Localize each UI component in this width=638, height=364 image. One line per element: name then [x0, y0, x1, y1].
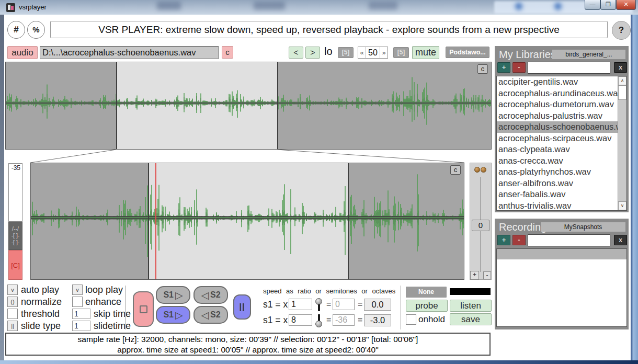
file-path-field[interactable]: D:\...\acrocephalus-schoenobaenus.wav — [40, 46, 219, 59]
desktop-background-blur — [369, 2, 397, 10]
library-remove-button[interactable]: - — [512, 62, 526, 73]
library-file-item[interactable]: anser-fabalis.wav — [497, 189, 618, 200]
level-meter-bar — [450, 288, 491, 295]
lo-label: lo — [324, 46, 333, 58]
db-threshold-box[interactable]: -35 — [8, 163, 22, 222]
slide-type-label: slide type — [21, 321, 61, 332]
library-add-button[interactable]: + — [497, 62, 510, 73]
onhold-checkbox[interactable] — [406, 314, 416, 325]
recording-clear-button[interactable]: x — [614, 235, 627, 245]
help-button[interactable]: ? — [612, 21, 631, 40]
recording-remove-button[interactable]: - — [512, 235, 526, 245]
threshold-checkbox[interactable] — [7, 309, 18, 319]
play-s2-backward-button[interactable]: ◁S2 — [193, 286, 228, 304]
play-s2-backward-button-2[interactable]: ◁S2 — [193, 306, 228, 324]
listen-button[interactable]: listen — [450, 300, 492, 312]
zoom-plus-button[interactable]: + — [470, 271, 479, 280]
library-file-item[interactable]: anas-clypeata.wav — [497, 144, 618, 155]
mute-button[interactable]: mute — [412, 46, 439, 59]
minimize-button[interactable]: — — [585, 0, 600, 10]
library-file-item[interactable]: anas-platyrhynchos.wav — [497, 166, 618, 178]
zoom-right-edge[interactable] — [348, 163, 349, 279]
window-title: vsrplayer — [19, 0, 47, 15]
probe-button[interactable]: probe — [406, 300, 448, 312]
window-titlebar[interactable]: vsrplayer — ❐ ✕ — [0, 0, 638, 15]
hash-button[interactable]: # — [7, 21, 25, 39]
maximize-button[interactable]: ❐ — [600, 0, 616, 10]
speed1-semitones-input[interactable] — [333, 299, 355, 310]
library-file-list[interactable]: accipiter-gentilis.wavacrocephalus-arund… — [496, 76, 627, 211]
library-file-item[interactable]: anser-albifrons.wav — [497, 178, 618, 189]
auto-play-checkbox[interactable]: v — [7, 285, 18, 295]
library-scrollbar[interactable]: ∧ ∨ — [618, 76, 626, 210]
library-search-input[interactable] — [528, 62, 610, 74]
library-file-item[interactable]: acrocephalus-dumetorum.wav — [497, 99, 618, 110]
speed2-semitones-input[interactable] — [333, 314, 355, 326]
library-file-item[interactable]: acrocephalus-schoenobaenus.wav — [497, 121, 618, 133]
close-button[interactable]: ✕ — [616, 0, 636, 10]
volume-slider-panel[interactable]: 0 + - — [470, 163, 492, 280]
stop-button[interactable] — [133, 291, 154, 327]
audio-button[interactable]: audio — [7, 46, 38, 59]
c-mode-box[interactable]: [C] — [8, 250, 22, 280]
speed-knob-icon[interactable] — [315, 298, 322, 312]
preset-button[interactable]: Podstawo... — [446, 47, 489, 58]
recording-add-button[interactable]: + — [497, 235, 510, 245]
s1-label: S1 — [163, 290, 174, 300]
recordings-panel: Recordings MySnapshots + - x — [495, 219, 629, 329]
scroll-down-icon[interactable]: ∨ — [618, 201, 626, 210]
play-s1-forward-active-button[interactable]: S1▷ — [156, 306, 190, 324]
library-file-item[interactable]: acrocephalus-palustris.wav — [497, 110, 618, 122]
selection-left-edge[interactable] — [116, 62, 117, 149]
library-file-item[interactable]: acrocephalus-arundinaceus.wav — [497, 88, 618, 99]
save-button[interactable]: save — [450, 313, 492, 325]
playback-cursor[interactable] — [155, 163, 156, 279]
overview-c-button[interactable]: c — [477, 64, 488, 74]
slide-type-checkbox[interactable]: || — [7, 321, 18, 331]
library-file-item[interactable]: anthus-trivialis.wav — [497, 200, 618, 211]
value-stepper[interactable]: « 50 » — [358, 47, 388, 59]
library-clear-button[interactable]: x — [614, 62, 627, 73]
clear-file-button[interactable]: c — [222, 46, 233, 59]
divider — [126, 286, 126, 329]
normalize-checkbox[interactable]: () — [7, 297, 18, 307]
window-border-bottom — [0, 360, 638, 364]
play-forward-icon: ▷ — [175, 310, 183, 320]
zoom-minus-button[interactable]: - — [483, 271, 491, 279]
step-up-icon[interactable]: » — [380, 47, 388, 58]
pause-button[interactable]: || — [233, 294, 251, 320]
speed-knob-icon[interactable] — [315, 314, 322, 328]
library-file-item[interactable]: acrocephalus-scirpaceus.wav — [497, 133, 618, 144]
library-file-item[interactable]: anas-crecca.wav — [497, 155, 618, 167]
record-none-button[interactable]: None — [406, 287, 447, 298]
selection-mode-box[interactable]: /--/ -[ ]- -[ ]- — [8, 222, 22, 250]
play-s1-forward-button[interactable]: S1▷ — [156, 286, 190, 304]
bracket5-left-button[interactable]: [5] — [338, 47, 354, 58]
volume-slider-handle[interactable]: 0 — [472, 220, 489, 231]
speed2-ratio-input[interactable] — [289, 314, 312, 326]
waveform-zoom[interactable]: c — [30, 163, 464, 280]
library-tab[interactable]: birds_general_... — [552, 50, 625, 59]
recordings-list[interactable] — [496, 248, 627, 327]
bracket5-right-button[interactable]: [5] — [393, 47, 409, 58]
speed1-ratio-input[interactable] — [289, 299, 312, 310]
library-file-item[interactable]: accipiter-gentilis.wav — [497, 76, 618, 88]
zoom-left-edge[interactable] — [148, 163, 149, 279]
scroll-up-icon[interactable]: ∧ — [618, 76, 626, 85]
speed1-label: s1 = x — [263, 298, 288, 311]
recording-search-input[interactable] — [528, 234, 610, 246]
prev-file-button[interactable]: < — [289, 47, 303, 59]
snapshots-tab[interactable]: MySnapshots — [541, 222, 625, 232]
skip-time-input[interactable] — [72, 309, 90, 319]
next-file-button[interactable]: > — [305, 47, 320, 59]
stop-icon — [140, 305, 147, 313]
step-down-icon[interactable]: « — [358, 47, 366, 58]
zoom-c-button[interactable]: c — [450, 165, 461, 175]
enhance-checkbox[interactable] — [72, 297, 83, 307]
scrollbar-thumb[interactable] — [618, 85, 626, 100]
slidetime-input[interactable] — [72, 321, 90, 331]
waveform-overview[interactable]: c — [5, 62, 492, 150]
percent-button[interactable]: % — [27, 21, 45, 39]
selection-right-edge[interactable] — [277, 62, 278, 149]
loop-play-checkbox[interactable]: v — [72, 285, 83, 295]
